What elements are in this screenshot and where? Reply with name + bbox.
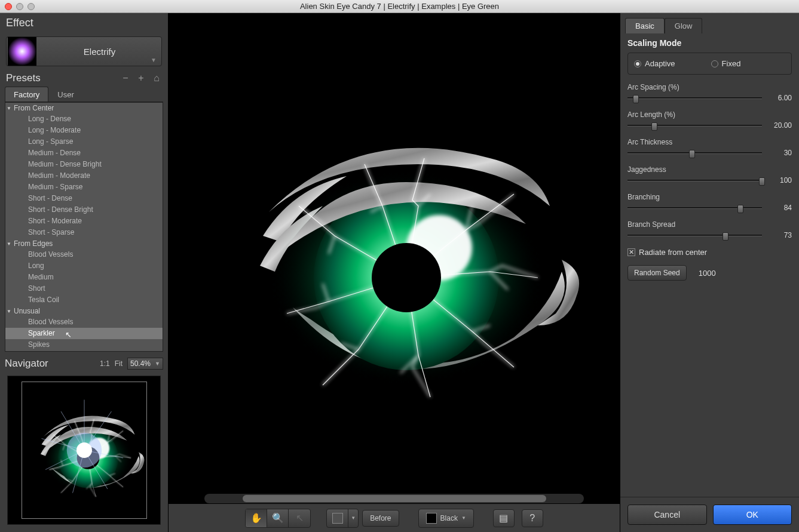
tree-item[interactable]: Medium: [5, 272, 163, 283]
bg-swatch-button[interactable]: [327, 509, 348, 527]
slider-value[interactable]: 100: [768, 176, 792, 184]
zoom-select[interactable]: 50.4% ▼: [127, 358, 163, 370]
tree-group[interactable]: From Center: [5, 103, 163, 113]
radio-fixed[interactable]: Fixed: [711, 59, 741, 68]
before-button[interactable]: Before: [362, 510, 399, 527]
tree-item[interactable]: Long - Moderate: [5, 125, 163, 136]
slider-thumb[interactable]: [633, 95, 639, 103]
tab-glow[interactable]: Glow: [665, 18, 703, 33]
tree-item[interactable]: Long - Sparse: [5, 136, 163, 147]
chevron-down-icon: ▼: [155, 361, 160, 367]
slider-track[interactable]: [627, 125, 762, 127]
pointer-tool-button[interactable]: ↖: [289, 509, 310, 527]
radiate-checkbox[interactable]: ✕ Radiate from center: [627, 248, 792, 257]
settings-icon[interactable]: ▤: [493, 509, 515, 527]
preset-tree[interactable]: From CenterLong - DenseLong - ModerateLo…: [5, 102, 163, 352]
center-panel: ✋ 🔍 ↖ ▼ Before Black ▼ ▤ ?: [169, 13, 620, 532]
bottom-toolbar: ✋ 🔍 ↖ ▼ Before Black ▼ ▤ ?: [169, 503, 620, 532]
zoom-value: 50.4%: [130, 359, 151, 368]
tree-item[interactable]: Short - Sparse: [5, 227, 163, 238]
tree-item[interactable]: Long - Dense: [5, 113, 163, 125]
slider-branching: Branching84: [627, 193, 792, 212]
slider-track[interactable]: [627, 97, 762, 99]
slider-label: Branch Spread: [627, 220, 792, 229]
tree-item[interactable]: Medium - Dense Bright: [5, 159, 163, 170]
slider-track[interactable]: [627, 235, 762, 236]
slider-thumb[interactable]: [651, 122, 657, 131]
slider-jaggedness: Jaggedness100: [627, 165, 792, 184]
tree-item[interactable]: Short - Moderate: [5, 216, 163, 227]
random-seed-button[interactable]: Random Seed: [627, 265, 687, 281]
random-seed-value: 1000: [699, 269, 716, 278]
effect-header: Effect: [0, 13, 168, 33]
right-panel: Basic Glow Scaling Mode Adaptive Fixed A…: [620, 13, 799, 532]
tree-item[interactable]: Medium - Sparse: [5, 182, 163, 193]
tree-item[interactable]: Long: [5, 260, 163, 272]
tab-factory[interactable]: Factory: [5, 87, 48, 102]
ok-button[interactable]: OK: [713, 505, 792, 525]
add-preset-icon[interactable]: +: [136, 73, 146, 84]
slider-arc-length-: Arc Length (%)20.00: [627, 110, 792, 130]
tab-basic[interactable]: Basic: [625, 18, 665, 33]
scrollbar-thumb[interactable]: [243, 495, 546, 502]
slider-track[interactable]: [627, 180, 762, 182]
zoom-tool-button[interactable]: 🔍: [267, 509, 289, 527]
bg-black-button[interactable]: Black ▼: [418, 509, 474, 528]
home-icon[interactable]: ⌂: [151, 73, 162, 84]
tree-item[interactable]: Spikes: [5, 339, 163, 350]
cursor-icon: ↖: [65, 330, 72, 340]
radio-icon: [634, 60, 641, 67]
maximize-icon[interactable]: [27, 3, 35, 10]
checkbox-icon: ✕: [627, 248, 635, 256]
black-swatch-icon: [426, 513, 437, 524]
tab-user[interactable]: User: [48, 87, 82, 102]
tree-item[interactable]: Short - Dense Bright: [5, 204, 163, 216]
slider-arc-spacing-: Arc Spacing (%)6.00: [627, 83, 792, 102]
slider-thumb[interactable]: [759, 177, 765, 186]
slider-value[interactable]: 84: [768, 204, 792, 212]
close-icon[interactable]: [5, 3, 12, 10]
slider-value[interactable]: 6.00: [768, 94, 792, 102]
tree-item[interactable]: Medium - Dense: [5, 147, 163, 159]
hand-tool-button[interactable]: ✋: [246, 509, 267, 527]
svg-point-9: [76, 442, 92, 458]
remove-preset-icon[interactable]: −: [120, 73, 131, 84]
tree-group[interactable]: Unusual: [5, 306, 163, 316]
help-icon[interactable]: ?: [522, 509, 543, 527]
section-scaling-mode: Scaling Mode: [627, 38, 792, 48]
effect-selector[interactable]: Electrify ▼: [6, 36, 162, 66]
cancel-button[interactable]: Cancel: [627, 505, 707, 525]
tree-item[interactable]: Sparkler↖: [5, 328, 163, 339]
tree-item[interactable]: Medium - Moderate: [5, 170, 163, 182]
slider-label: Arc Spacing (%): [627, 83, 792, 91]
navigator-thumbnail[interactable]: [7, 376, 161, 525]
tree-item[interactable]: Short - Dense: [5, 193, 163, 204]
slider-value[interactable]: 73: [768, 231, 792, 239]
slider-thumb[interactable]: [737, 205, 743, 213]
slider-value[interactable]: 20.00: [768, 121, 792, 130]
tree-item[interactable]: Tesla Coil: [5, 294, 163, 306]
slider-label: Branching: [627, 193, 792, 201]
titlebar: Alien Skin Eye Candy 7 | Electrify | Exa…: [0, 0, 799, 13]
horizontal-scrollbar[interactable]: [204, 494, 584, 503]
tree-item[interactable]: Blood Vessels: [5, 249, 163, 260]
preview-canvas[interactable]: [169, 13, 620, 494]
minimize-icon[interactable]: [16, 3, 23, 10]
tree-item[interactable]: Tesla Coil: [5, 350, 163, 352]
chevron-down-icon: ▼: [151, 57, 157, 63]
slider-thumb[interactable]: [689, 150, 695, 158]
tree-group[interactable]: From Edges: [5, 238, 163, 249]
presets-header: Presets: [6, 72, 115, 84]
zoom-fit-button[interactable]: Fit: [115, 359, 123, 368]
tree-item[interactable]: Blood Vessels: [5, 316, 163, 328]
slider-track[interactable]: [627, 152, 762, 154]
tree-item[interactable]: Short: [5, 283, 163, 294]
zoom-1to1-button[interactable]: 1:1: [100, 359, 110, 368]
chevron-down-icon: ▼: [461, 515, 466, 521]
left-panel: Effect Electrify ▼ Presets − + ⌂ Factory…: [0, 13, 169, 532]
slider-thumb[interactable]: [723, 232, 728, 241]
slider-track[interactable]: [627, 207, 762, 209]
radio-adaptive[interactable]: Adaptive: [634, 59, 675, 68]
bg-swatch-chevron[interactable]: ▼: [348, 509, 358, 527]
slider-value[interactable]: 30: [768, 149, 792, 157]
